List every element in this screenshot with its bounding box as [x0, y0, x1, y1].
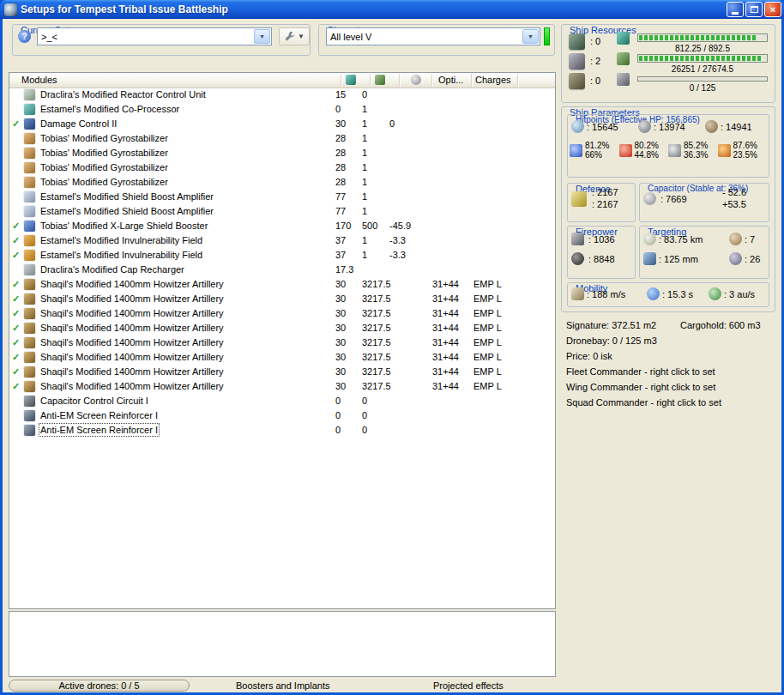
- module-optimal: 31+44: [432, 366, 459, 377]
- module-optimal: 31+44: [432, 279, 459, 289]
- module-powergrid: 1: [362, 104, 367, 114]
- wing-commander-text[interactable]: Wing Commander - right click to set: [566, 379, 775, 395]
- turret-dps-icon: [571, 233, 584, 245]
- maximize-button[interactable]: [745, 2, 763, 17]
- resist-cell: 87.6%23.5%: [718, 141, 768, 160]
- module-row[interactable]: ✓Shaqil's Modified 1400mm Howitzer Artil…: [9, 335, 555, 350]
- module-icon: [24, 381, 35, 392]
- capacitor-amount: : 7669: [660, 194, 687, 204]
- module-icon: [24, 235, 35, 246]
- module-cpu: 30: [335, 381, 346, 391]
- boosters-implants-header[interactable]: Boosters and Implants: [236, 680, 329, 691]
- dronebay-bar: [637, 76, 768, 82]
- chevron-down-icon[interactable]: ▼: [522, 29, 539, 44]
- speed-icon: [571, 287, 584, 300]
- module-row[interactable]: ✓Estamel's Modified Invulnerability Fiel…: [9, 248, 555, 263]
- module-row[interactable]: ✓Estamel's Modified Invulnerability Fiel…: [9, 233, 555, 248]
- module-row[interactable]: ✓Tobias' Modified X-Large Shield Booster…: [9, 219, 555, 233]
- module-row[interactable]: ✓Shaqil's Modified 1400mm Howitzer Artil…: [9, 306, 555, 321]
- module-cpu: 30: [335, 352, 346, 362]
- module-icon: [24, 410, 35, 421]
- module-row[interactable]: ✓Damage Control II3010: [9, 117, 555, 131]
- module-name: Estamel's Modified Shield Boost Amplifie…: [40, 191, 214, 202]
- module-cpu: 30: [335, 308, 346, 318]
- module-row[interactable]: Anti-EM Screen Reinforcer I00: [9, 408, 555, 423]
- charges-column-header: Charges: [475, 75, 511, 85]
- module-row[interactable]: ✓Shaqil's Modified 1400mm Howitzer Artil…: [9, 365, 555, 379]
- warp-speed: : 3 au/s: [724, 289, 755, 299]
- defence-value-2: : 2167: [592, 199, 618, 209]
- projected-effects-header[interactable]: Projected effects: [433, 680, 504, 691]
- module-row[interactable]: Tobias' Modified Gyrostabilizer281: [9, 175, 555, 190]
- module-row[interactable]: Estamel's Modified Shield Boost Amplifie…: [9, 190, 555, 204]
- module-cpu: 77: [335, 191, 346, 202]
- setup-tools-button[interactable]: ▼: [279, 27, 310, 45]
- module-name: Damage Control II: [40, 118, 117, 129]
- module-row[interactable]: Draclira's Modified Cap Recharger17.3: [9, 263, 555, 277]
- module-powergrid: 3217.5: [362, 279, 391, 289]
- check-icon: ✓: [12, 235, 22, 246]
- module-powergrid: 3217.5: [362, 293, 391, 304]
- powergrid-usage-text: 26251 / 27674.5: [637, 64, 768, 74]
- volley-value: : 8848: [588, 254, 615, 264]
- check-icon: ✓: [12, 250, 22, 261]
- module-row[interactable]: ✓Shaqil's Modified 1400mm Howitzer Artil…: [9, 277, 555, 292]
- module-row[interactable]: ✓Shaqil's Modified 1400mm Howitzer Artil…: [9, 379, 555, 394]
- module-cpu: 37: [335, 235, 346, 245]
- mobility-group: Mobility : 188 m/s : 15.3 s : 3 au/s: [567, 282, 769, 307]
- check-icon: ✓: [12, 366, 22, 378]
- module-row[interactable]: Anti-EM Screen Reinforcer I00: [9, 423, 555, 438]
- chevron-down-icon[interactable]: ▼: [254, 29, 270, 44]
- shield-icon: [571, 120, 584, 133]
- squad-commander-text[interactable]: Squad Commander - right click to set: [566, 395, 775, 410]
- powergrid-bar: [637, 54, 768, 63]
- module-row[interactable]: Estamel's Modified Shield Boost Amplifie…: [9, 204, 555, 219]
- module-name: Shaqil's Modified 1400mm Howitzer Artill…: [40, 308, 224, 318]
- setup-combobox[interactable]: >_< ▼: [37, 27, 272, 45]
- slot-free-count: : 2: [590, 56, 600, 66]
- title-bar[interactable]: Setups for Tempest Tribal Issue Battlesh…: [0, 0, 784, 19]
- module-name: Tobias' Modified Gyrostabilizer: [40, 148, 168, 158]
- module-powergrid: 0: [362, 425, 367, 435]
- ship-parameters-group: Ship Parameters Hitpoints (Effective HP:…: [561, 106, 775, 312]
- module-cpu: 28: [335, 148, 346, 158]
- sensor-strength: : 26: [745, 254, 760, 264]
- module-powergrid: 1: [362, 235, 367, 245]
- capacitor-recharge: +53.5: [722, 199, 746, 209]
- speed-value: : 188 m/s: [587, 289, 625, 299]
- ship-resources-group: Ship Resources : 0: 2: 0 812.25 / 892.5 …: [561, 24, 775, 103]
- module-row[interactable]: Tobias' Modified Gyrostabilizer281: [9, 160, 555, 175]
- capacitor-drain: - 52.6: [722, 187, 746, 197]
- module-row[interactable]: Tobias' Modified Gyrostabilizer281: [9, 146, 555, 160]
- fleet-commander-text[interactable]: Fleet Commander - right click to set: [566, 364, 775, 379]
- close-button[interactable]: ×: [764, 2, 781, 17]
- agility-icon: [647, 287, 660, 300]
- active-drones-header[interactable]: Active drones: 0 / 5: [9, 680, 190, 692]
- module-row[interactable]: Tobias' Modified Gyrostabilizer281: [9, 131, 555, 146]
- defence-icon: [571, 191, 587, 207]
- module-cpu: 30: [335, 118, 346, 129]
- module-cap-use: -3.3: [389, 250, 406, 260]
- module-icon: [24, 221, 35, 232]
- character-combobox[interactable]: All level V ▼: [326, 27, 540, 45]
- module-cpu: 28: [335, 133, 346, 143]
- module-name: Estamel's Modified Invulnerability Field: [40, 250, 202, 260]
- module-name: Anti-EM Screen Reinforcer I: [40, 410, 158, 420]
- powergrid-bar-fill: [639, 56, 762, 61]
- module-icon: [24, 104, 35, 115]
- module-row[interactable]: Estamel's Modified Co-Processor01: [9, 102, 555, 117]
- modules-list[interactable]: Modules Opti... Charges Draclira's Modif…: [9, 72, 556, 609]
- module-charge: EMP L: [473, 323, 502, 333]
- module-row[interactable]: ✓Shaqil's Modified 1400mm Howitzer Artil…: [9, 292, 555, 306]
- module-row[interactable]: Capacitor Control Circuit I00: [9, 394, 555, 408]
- module-row[interactable]: ✓Shaqil's Modified 1400mm Howitzer Artil…: [9, 350, 555, 365]
- module-icon: [24, 177, 35, 188]
- module-row[interactable]: ✓Shaqil's Modified 1400mm Howitzer Artil…: [9, 321, 555, 335]
- module-row[interactable]: Draclira's Modified Reactor Control Unit…: [9, 88, 555, 102]
- shield-resist: 87.6%: [733, 141, 757, 150]
- help-icon[interactable]: ?: [18, 30, 31, 43]
- module-powergrid: 3217.5: [362, 323, 391, 333]
- drones-panel[interactable]: [9, 611, 556, 677]
- minimize-button[interactable]: [727, 2, 744, 17]
- module-icon: [24, 279, 35, 290]
